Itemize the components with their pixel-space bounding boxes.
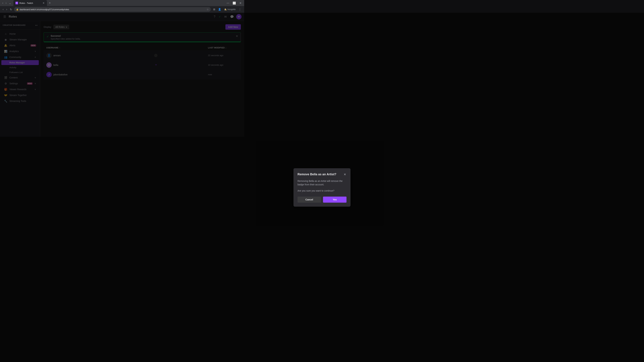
tab-back-button[interactable]: ‹ xyxy=(1,1,4,5)
profile-button[interactable]: 👤 xyxy=(217,7,222,11)
maximize-button[interactable]: ⬜ xyxy=(231,1,237,5)
close-button[interactable]: ✕ xyxy=(238,1,243,5)
modal-overlay[interactable]: Remove Bella as an Artist? ✕ Removing Be… xyxy=(0,13,244,137)
tab-bar: ‹ › ⌄ T Roles - Twitch ✕ + — ⬜ ✕ xyxy=(0,0,244,6)
browser-chrome: ‹ › ⌄ T Roles - Twitch ✕ + — ⬜ ✕ ‹ › ↻ 🔒… xyxy=(0,0,244,13)
new-tab-button[interactable]: + xyxy=(48,1,52,5)
url-bar[interactable]: 🔒 dashboard.twitch.tv/u/moodjoy071/commu… xyxy=(14,7,211,12)
active-tab[interactable]: T Roles - Twitch ✕ xyxy=(14,0,47,6)
tab-menu-button[interactable]: ⌄ xyxy=(8,1,12,5)
browser-actions: ⊞ 👤 🕵 Incognito ⋮ xyxy=(212,7,242,11)
tab-title: Roles - Twitch xyxy=(20,2,41,4)
address-bar: ‹ › ↻ 🔒 dashboard.twitch.tv/u/moodjoy071… xyxy=(0,6,244,13)
bookmark-icon[interactable]: ☆ xyxy=(206,8,209,11)
incognito-icon: 🕵 xyxy=(224,8,227,10)
window-controls: — ⬜ ✕ xyxy=(225,1,243,5)
tab-favicon: T xyxy=(16,2,18,4)
incognito-badge: 🕵 Incognito xyxy=(223,7,237,11)
minimize-button[interactable]: — xyxy=(225,1,230,5)
tab-back-forward: ‹ › ⌄ xyxy=(1,1,12,5)
back-button[interactable]: ‹ xyxy=(2,7,4,11)
lock-icon: 🔒 xyxy=(16,8,18,10)
tab-forward-button[interactable]: › xyxy=(4,1,8,5)
forward-button[interactable]: › xyxy=(6,7,8,11)
refresh-button[interactable]: ↻ xyxy=(9,7,13,12)
menu-button[interactable]: ⋮ xyxy=(238,7,242,11)
extensions-button[interactable]: ⊞ xyxy=(212,7,216,11)
incognito-label: Incognito xyxy=(228,8,236,10)
url-text: dashboard.twitch.tv/u/moodjoy071/communi… xyxy=(20,8,206,11)
tab-close-button[interactable]: ✕ xyxy=(42,1,45,5)
